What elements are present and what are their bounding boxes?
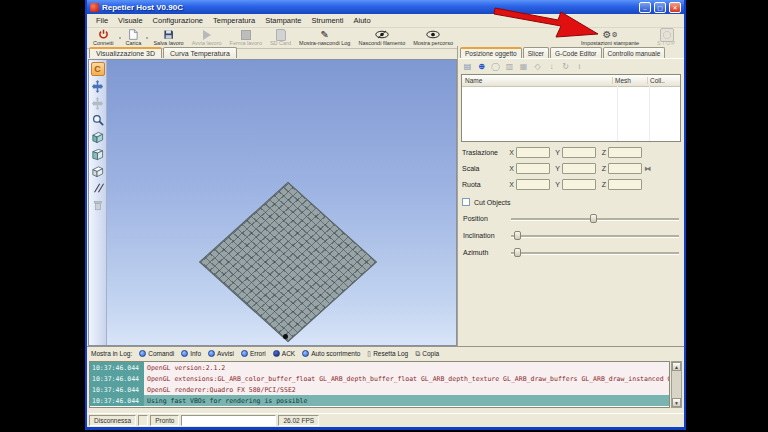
menu-stampante[interactable]: Stampante [260, 15, 306, 26]
zoom-tool[interactable] [91, 113, 105, 127]
tab-slicer[interactable]: Slicer [523, 47, 549, 58]
copy-log-button[interactable]: ⧉Copia [415, 350, 439, 358]
trash-icon [92, 199, 104, 211]
filter-autoscroll[interactable]: Auto scorrimento [302, 350, 360, 357]
origin-marker [283, 334, 288, 339]
column-divider [617, 86, 618, 141]
log-toolbar: Mostra in Log: Comandi Info Avvisi Error… [87, 347, 684, 360]
filter-errors[interactable]: Errori [241, 350, 266, 357]
axis-x-label: X [506, 165, 514, 172]
tab-gcode-editor[interactable]: G-Code Editor [550, 47, 602, 58]
rotate-x-input[interactable] [516, 179, 550, 190]
column-mesh: Mesh [612, 77, 647, 84]
filter-ack[interactable]: ACK [273, 350, 295, 357]
scroll-up-icon[interactable]: ▲ [672, 362, 681, 371]
hide-filament-button[interactable]: Nascondi filamento [354, 29, 409, 47]
rotate-view-tool[interactable]: C [91, 62, 105, 76]
log-row: 10:37:46.044 OpenGL renderer:Quadro FX 5… [90, 384, 669, 395]
azimuth-slider[interactable] [511, 248, 679, 257]
cut-objects-checkbox[interactable] [462, 198, 470, 206]
filter-commands[interactable]: Comandi [139, 350, 174, 357]
log-message: Using fast VBOs for rendering is possibl… [144, 395, 669, 406]
tab-posizione-oggetto[interactable]: Posizione oggetto [460, 47, 522, 58]
save-object-icon[interactable]: ▤ [462, 61, 473, 72]
menu-configurazione[interactable]: Configurazione [148, 15, 208, 26]
isometric-view-tool[interactable] [91, 130, 105, 144]
axis-y-label: Y [552, 181, 560, 188]
copy-object-icon: ▥ [504, 61, 515, 72]
pencil-icon: ✎ [321, 29, 329, 40]
inclination-slider[interactable] [511, 231, 679, 240]
warnings-toggle-icon [208, 350, 215, 357]
translation-row: Traslazione X Y Z [462, 147, 680, 158]
front-cube-icon [91, 148, 104, 161]
magnifier-icon [92, 114, 104, 126]
cut-objects-row: Cut Objects [462, 198, 680, 206]
rotate-z-input[interactable] [608, 179, 642, 190]
translation-x-input[interactable] [516, 147, 550, 158]
menu-file[interactable]: File [91, 15, 113, 26]
maximize-button[interactable]: ▢ [654, 2, 666, 13]
top-view-tool[interactable] [91, 164, 105, 178]
scale-label: Scala [462, 165, 504, 172]
move-view-tool[interactable] [91, 79, 105, 93]
position-slider[interactable] [511, 214, 679, 223]
object-toolbar: ▤ ⊕ ◯ ▥ ▦ ◇ ↓ ↻ i [458, 58, 684, 73]
reset-log-button[interactable]: ▯Resetta Log [367, 350, 408, 358]
menu-aiuto[interactable]: Aiuto [349, 15, 376, 26]
axis-y-label: Y [552, 149, 560, 156]
front-view-tool[interactable] [91, 147, 105, 161]
scale-z-input[interactable] [608, 163, 642, 174]
close-button[interactable]: ✕ [669, 2, 681, 13]
delete-object-tool [91, 198, 105, 212]
tab-curva-temperatura[interactable]: Curva Temperatura [163, 47, 237, 58]
toggle-log-button[interactable]: ✎ Mostra-nascondi Log [295, 29, 354, 47]
rotate-y-input[interactable] [562, 179, 596, 190]
connect-button[interactable]: Connetti [89, 29, 118, 47]
move-object-tool[interactable] [91, 96, 105, 110]
position-label: Position [463, 215, 507, 222]
translation-y-input[interactable] [562, 147, 596, 158]
red-arrow-annotation [492, 5, 604, 41]
sd-card-button: SD Card [266, 29, 295, 47]
parallel-projection-tool[interactable] [91, 181, 105, 195]
azimuth-slider-thumb[interactable] [514, 248, 521, 257]
add-object-icon[interactable]: ⊕ [476, 61, 487, 72]
scale-x-input[interactable] [516, 163, 550, 174]
log-timestamp: 10:37:46.044 [90, 384, 144, 395]
play-icon [203, 29, 211, 40]
log-scrollbar[interactable]: ▲ ▼ [671, 361, 682, 408]
scale-lock-icon[interactable]: ⧓ [644, 165, 656, 173]
object-list[interactable]: Name Mesh Coll.. [461, 74, 681, 142]
save-job-button[interactable]: Salva lavoro [149, 29, 187, 47]
tab-controllo-manuale[interactable]: Controllo manuale [603, 47, 666, 58]
translation-label: Traslazione [462, 149, 504, 156]
scale-y-input[interactable] [562, 163, 596, 174]
minimize-button[interactable]: _ [639, 2, 651, 13]
3d-viewport[interactable]: C [88, 59, 457, 346]
load-button[interactable]: Carica [122, 29, 146, 47]
ack-toggle-icon [273, 350, 280, 357]
sphere-icon: ◯ [490, 61, 501, 72]
log-output[interactable]: 10:37:46.044 OpenGL version:2.1.2 10:37:… [89, 361, 670, 408]
translation-z-input[interactable] [608, 147, 642, 158]
menu-strumenti[interactable]: Strumenti [306, 15, 348, 26]
scroll-down-icon[interactable]: ▼ [672, 398, 681, 407]
app-icon [90, 3, 99, 12]
position-slider-row: Position [463, 214, 679, 223]
emergency-stop-icon [660, 29, 674, 40]
autoscroll-toggle-icon [302, 350, 309, 357]
position-slider-thumb[interactable] [590, 214, 597, 223]
power-icon [98, 29, 109, 40]
filter-info[interactable]: Info [181, 350, 201, 357]
toolbar-separator [119, 37, 121, 39]
inclination-slider-thumb[interactable] [514, 231, 521, 240]
show-travel-button[interactable]: Mostra percorso [409, 29, 457, 47]
filter-warnings[interactable]: Avvisi [208, 350, 234, 357]
menu-visuale[interactable]: Visuale [113, 15, 147, 26]
menu-temperatura[interactable]: Temperatura [208, 15, 260, 26]
printer-state: Pronto [150, 415, 179, 426]
tab-visualizzazione-3d[interactable]: Visualizzazione 3D [89, 47, 162, 58]
reset-log-icon: ▯ [367, 350, 371, 358]
document-icon [128, 29, 138, 40]
